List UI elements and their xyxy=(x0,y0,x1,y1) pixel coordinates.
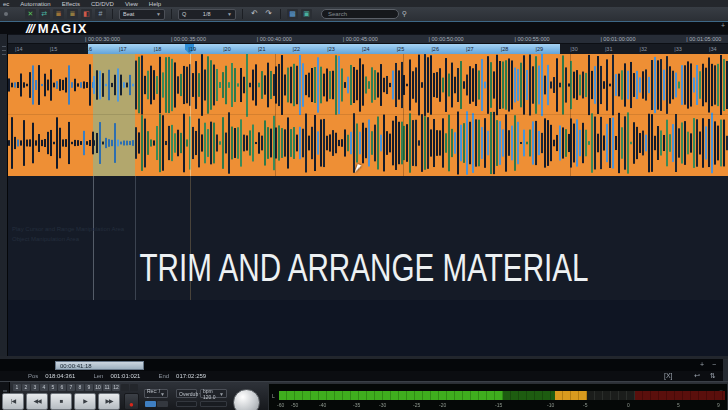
meter-scale-label: -25 xyxy=(413,402,420,408)
waveform-tracks[interactable] xyxy=(8,54,728,176)
grid-icon[interactable]: # xyxy=(95,9,106,19)
bar-number-label: |20 xyxy=(223,46,231,52)
split-object-icon[interactable]: ◧ xyxy=(81,9,92,19)
quantize-value: 1/8 xyxy=(203,11,211,17)
bpm-dropdown[interactable]: bpm 120.0 ▼ xyxy=(200,389,227,398)
track-number-button-3[interactable]: 3 xyxy=(31,384,39,391)
time-ruler-label: | 00:01:05:000 xyxy=(686,36,721,42)
menu-item-automation[interactable]: Automation xyxy=(20,1,50,7)
punch-in-button[interactable] xyxy=(145,401,156,407)
bar-number-label: |17 xyxy=(119,46,127,52)
add-panel-icon[interactable]: + xyxy=(721,22,725,29)
meter-scale-label: -35 xyxy=(353,402,360,408)
bar-number-label: |32 xyxy=(640,46,648,52)
rewind-button[interactable]: ◀◀ xyxy=(26,393,48,410)
bar-number-label: |28 xyxy=(501,46,509,52)
meter-scale-label: 5 xyxy=(677,402,680,408)
scroll-updown-icon[interactable]: ⇅ xyxy=(710,372,716,380)
time-ruler-label: | 00:00:55:000 xyxy=(515,36,550,42)
meter-yellow-segment xyxy=(555,391,587,400)
end-label: End xyxy=(158,373,169,379)
menu-item-ec[interactable]: ec xyxy=(3,1,9,7)
track-number-button-1[interactable]: 1 xyxy=(13,384,21,391)
bar-number-label: |21 xyxy=(258,46,266,52)
time-ruler-label: | 00:00:50:000 xyxy=(429,36,464,42)
bar-number-label: |19 xyxy=(189,46,197,52)
bar-number-label: |34 xyxy=(709,46,717,52)
toolbar-handle xyxy=(4,12,8,16)
snapshot-icon[interactable]: ▣ xyxy=(301,9,312,19)
scrollbar-thumb[interactable]: 00:00:41:18 xyxy=(55,361,144,370)
menu-item-view[interactable]: View xyxy=(125,1,138,7)
undo-arrow-icon[interactable]: ↩ xyxy=(694,372,700,380)
area-hints: Play Cursor and Range Manipulation Area … xyxy=(12,224,124,244)
meter-scale-label: -5 xyxy=(583,402,587,408)
track-number-button-7[interactable]: 7 xyxy=(67,384,75,391)
punch-out-button[interactable] xyxy=(157,401,168,407)
time-ruler-label: | 00:00:30:000 xyxy=(85,36,120,42)
track-number-button-11[interactable]: 11 xyxy=(103,384,111,391)
meter-scale-label: -15 xyxy=(495,402,502,408)
logo-band xyxy=(0,22,728,34)
search-icon[interactable]: ⚲ xyxy=(402,10,407,18)
pos-value: 018:04:361 xyxy=(45,373,75,379)
meter-scale: -60-50-40-35-30-25-20-15-10-5059 xyxy=(269,402,728,410)
layers-alt-icon[interactable]: ≣ xyxy=(67,9,78,19)
zoom-out-icon[interactable]: − xyxy=(712,361,716,369)
caption-title: TRIM AND ARRANGE MATERIAL xyxy=(80,247,648,290)
link-range-icon[interactable]: [X] xyxy=(664,372,673,380)
crossed-arrows-icon[interactable]: ✕ xyxy=(25,9,36,19)
time-ruler-label: | 00:00:35:000 xyxy=(171,36,206,42)
lower-track-area[interactable] xyxy=(8,300,728,356)
meter-dim-green-segment xyxy=(503,391,555,400)
track-number-button-8[interactable]: 8 xyxy=(76,384,84,391)
track-number-button-9[interactable]: 9 xyxy=(85,384,93,391)
play-button[interactable]: ▶ xyxy=(74,393,96,410)
skip-start-button[interactable]: |◀ xyxy=(2,393,24,410)
monitor-volume-knob[interactable] xyxy=(233,389,260,410)
bar-ruler[interactable]: |14|15|16|17|18|19|20|21|22|23|24|25|26|… xyxy=(0,43,728,54)
meter-scale-label: -50 xyxy=(291,402,298,408)
meter-scale-label: -40 xyxy=(319,402,326,408)
level-meter-panel: − L -60-50-40-35-30-25-20-15-10-5059 xyxy=(268,383,728,410)
horizontal-scrollbar[interactable]: 00:00:41:18 + − xyxy=(0,359,728,371)
menu-item-cd-dvd[interactable]: CD/DVD xyxy=(91,1,114,7)
quantize-dropdown[interactable]: Q 1/8 ▼ xyxy=(178,9,236,20)
layers-icon[interactable]: ≣ xyxy=(53,9,64,19)
hint-line-2: Object Manipulation Area xyxy=(12,234,124,244)
time-ruler-label: | 00:01:00:000 xyxy=(600,36,635,42)
zoom-tool-icon[interactable]: ▩ xyxy=(287,9,298,19)
track-number-button-6[interactable]: 6 xyxy=(58,384,66,391)
record-button[interactable]: ● xyxy=(124,393,139,410)
track-number-button-disabled xyxy=(130,384,138,391)
rec-mode-dropdown[interactable]: Rec: / - ▼ xyxy=(144,389,168,398)
undo-button[interactable]: ↶ xyxy=(249,9,260,19)
menu-item-help[interactable]: Help xyxy=(149,1,161,7)
track-number-button-5[interactable]: 5 xyxy=(49,384,57,391)
track-number-button-12[interactable]: 12 xyxy=(112,384,120,391)
redo-button[interactable]: ↷ xyxy=(263,9,274,19)
meter-green-segment xyxy=(279,391,503,400)
stop-button[interactable]: ■ xyxy=(50,393,72,410)
zoom-in-icon[interactable]: + xyxy=(700,361,704,369)
meter-scale-label: -30 xyxy=(379,402,386,408)
menu-bar: ecAutomationEffectsCD/DVDViewHelp xyxy=(0,0,728,7)
pos-label: Pos xyxy=(28,373,38,379)
swap-arrows-icon[interactable]: ⇄ xyxy=(39,9,50,19)
search-input[interactable] xyxy=(321,9,399,19)
forward-button[interactable]: ▶▶ xyxy=(98,393,120,410)
tempo-display xyxy=(200,401,227,407)
track-number-button-2[interactable]: 2 xyxy=(22,384,30,391)
track-header-strip[interactable] xyxy=(0,34,8,359)
len-value: 001:01:021 xyxy=(110,373,140,379)
track-number-button-10[interactable]: 10 xyxy=(94,384,102,391)
vertical-scrollbar[interactable] xyxy=(723,359,728,381)
track-select-buttons: 123456789101112 xyxy=(13,384,138,391)
overdub-dropdown[interactable]: Overdub ▼ xyxy=(176,389,197,398)
beat-snap-dropdown[interactable]: Beat ▼ xyxy=(119,9,165,20)
chevron-down-icon: ▼ xyxy=(227,11,232,17)
time-ruler[interactable]: | 00:00:30:000| 00:00:35:000| 00:00:40:0… xyxy=(0,34,728,43)
track-number-button-4[interactable]: 4 xyxy=(40,384,48,391)
hint-line-1: Play Cursor and Range Manipulation Area xyxy=(12,224,124,234)
menu-item-effects[interactable]: Effects xyxy=(62,1,80,7)
